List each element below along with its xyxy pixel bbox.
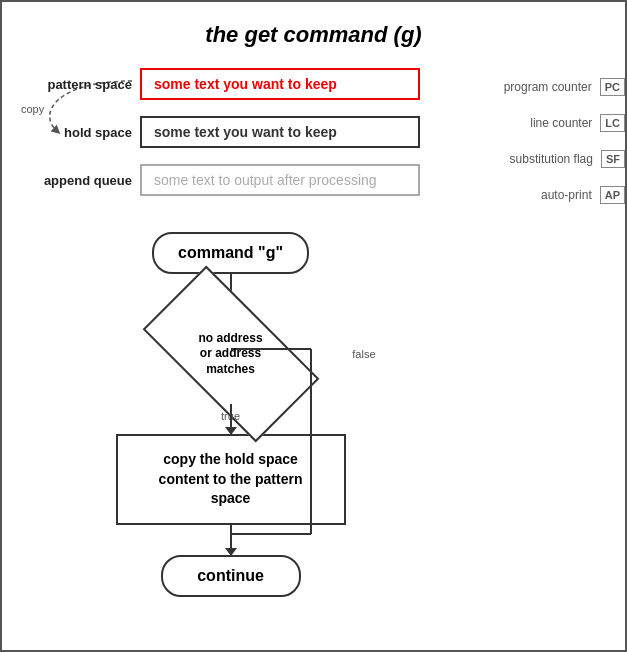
- hold-space-box: some text you want to keep: [140, 116, 420, 148]
- substitution-flag-row: substitution flag SF: [459, 150, 625, 168]
- hold-space-row: hold space some text you want to keep: [12, 116, 449, 148]
- hold-space-label: hold space: [12, 125, 132, 140]
- svg-text:copy: copy: [21, 103, 45, 115]
- continue-box: continue: [161, 555, 301, 597]
- program-counter-label: program counter: [504, 80, 592, 94]
- append-queue-box: some text to output after processing: [140, 164, 420, 196]
- substitution-flag-label: substitution flag: [510, 152, 593, 166]
- page-title: the get command (g): [2, 2, 625, 58]
- diamond-text: no addressor addressmatches: [199, 331, 263, 378]
- auto-print-label: auto-print: [541, 188, 592, 202]
- pattern-space-label: pattern space: [12, 77, 132, 92]
- arrow-3: [230, 525, 232, 555]
- program-counter-row: program counter PC: [459, 78, 625, 96]
- pattern-space-box: some text you want to keep: [140, 68, 420, 100]
- auto-print-badge: AP: [600, 186, 625, 204]
- pattern-space-row: pattern space some text you want to keep: [12, 68, 449, 100]
- flowchart: command "g" no addressor addressmatches …: [12, 232, 449, 597]
- substitution-flag-badge: SF: [601, 150, 625, 168]
- line-counter-badge: LC: [600, 114, 625, 132]
- right-panel: program counter PC line counter LC subst…: [449, 58, 625, 597]
- arrow-2: [230, 404, 232, 434]
- line-counter-row: line counter LC: [459, 114, 625, 132]
- line-counter-label: line counter: [530, 116, 592, 130]
- command-box: command "g": [152, 232, 309, 274]
- program-counter-badge: PC: [600, 78, 625, 96]
- append-queue-label: append queue: [12, 173, 132, 188]
- auto-print-row: auto-print AP: [459, 186, 625, 204]
- append-queue-row: append queue some text to output after p…: [12, 164, 449, 196]
- diamond-container: no addressor addressmatches false: [141, 304, 321, 404]
